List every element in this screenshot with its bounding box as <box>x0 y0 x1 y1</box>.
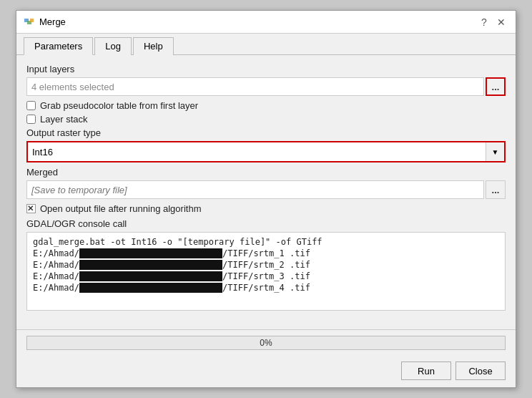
tab-log[interactable]: Log <box>94 37 132 55</box>
merged-row: ... <box>26 180 506 199</box>
dialog-title: Merge <box>39 16 66 27</box>
title-bar-controls: ? ✕ <box>477 15 508 29</box>
console-line-1: gdal_merge.bat -ot Int16 -o "[temporary … <box>33 237 499 247</box>
input-layers-label: Input layers <box>26 64 506 74</box>
merged-label: Merged <box>26 167 506 178</box>
tab-help[interactable]: Help <box>133 37 174 55</box>
grab-pseudo-row: Grab pseudocolor table from first layer <box>26 100 506 111</box>
console-line-4: E:/Ahmad//TIFF/srtm_3 .tif <box>33 271 499 281</box>
title-bar: Merge ? ✕ <box>16 11 516 34</box>
redacted-4 <box>79 283 222 293</box>
bottom-buttons: Run Close <box>16 361 516 387</box>
help-btn[interactable]: ? <box>477 15 491 29</box>
close-button[interactable]: Close <box>455 361 506 380</box>
open-output-checkbox[interactable] <box>26 204 36 213</box>
grab-pseudo-label: Grab pseudocolor table from first layer <box>40 100 198 111</box>
output-raster-label: Output raster type <box>26 127 506 138</box>
output-raster-select[interactable]: Int16 Byte UInt16 UInt32 Int32 Float32 F… <box>28 142 486 161</box>
input-layers-field[interactable] <box>26 77 484 96</box>
close-window-btn[interactable]: ✕ <box>494 15 508 29</box>
input-layers-browse-btn[interactable]: ... <box>486 77 506 96</box>
gdal-console: gdal_merge.bat -ot Int16 -o "[temporary … <box>26 232 506 311</box>
redacted-3 <box>79 271 222 281</box>
open-output-label: Open output file after running algorithm <box>40 203 201 214</box>
merge-icon <box>24 16 35 28</box>
redacted-1 <box>79 248 222 258</box>
console-line-5: E:/Ahmad//TIFF/srtm_4 .tif <box>33 283 499 293</box>
layer-stack-checkbox[interactable] <box>26 115 36 124</box>
console-line-2: E:/Ahmad//TIFF/srtm_1 .tif <box>33 248 499 258</box>
tab-parameters[interactable]: Parameters <box>24 37 93 55</box>
svg-rect-2 <box>30 19 34 22</box>
merged-input-field[interactable] <box>26 180 484 199</box>
output-raster-dropdown-arrow[interactable]: ▼ <box>486 142 504 161</box>
progress-bar: 0% <box>26 336 506 350</box>
merge-dialog: Merge ? ✕ Parameters Log Help Input laye… <box>16 10 516 388</box>
title-bar-left: Merge <box>24 16 66 28</box>
parameters-panel: Input layers ... Grab pseudocolor table … <box>16 55 516 326</box>
grab-pseudo-checkbox[interactable] <box>26 101 36 110</box>
redacted-2 <box>79 260 222 270</box>
output-raster-row: Int16 Byte UInt16 UInt32 Int32 Float32 F… <box>26 141 506 162</box>
progress-label: 0% <box>260 338 272 348</box>
gdal-label: GDAL/OGR console call <box>26 218 506 229</box>
layer-stack-row: Layer stack <box>26 114 506 125</box>
open-output-row: Open output file after running algorithm <box>26 203 506 214</box>
merged-browse-btn[interactable]: ... <box>486 180 506 199</box>
progress-area: 0% <box>16 329 516 361</box>
layer-stack-label: Layer stack <box>40 114 87 125</box>
tabs: Parameters Log Help <box>16 34 516 55</box>
run-button[interactable]: Run <box>401 361 451 380</box>
input-layers-row: ... <box>26 77 506 96</box>
console-line-3: E:/Ahmad//TIFF/srtm_2 .tif <box>33 260 499 270</box>
